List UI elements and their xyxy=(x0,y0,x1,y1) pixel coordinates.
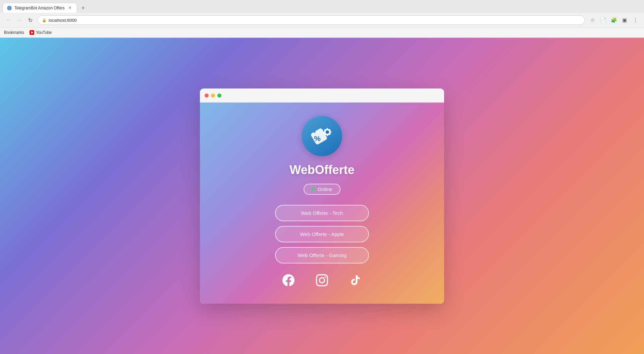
svg-rect-6 xyxy=(323,131,325,133)
svg-rect-4 xyxy=(327,128,328,130)
forward-button[interactable]: → xyxy=(15,15,24,25)
app-content: % WebOfferte xyxy=(200,103,444,304)
nav-buttons: ← → ↻ xyxy=(4,15,35,25)
tab-close-button[interactable]: ✕ xyxy=(67,5,73,11)
youtube-favicon xyxy=(30,30,34,35)
toolbar-right: ☆ 📄 🧩 ▣ ⋮ xyxy=(588,15,640,25)
channel-buttons: Web Offerte - Tech Web Offerte - Apple W… xyxy=(275,205,369,263)
online-dot xyxy=(312,188,315,191)
bot-logo: % xyxy=(302,116,342,156)
bookmark-star-button[interactable]: ☆ xyxy=(588,15,597,25)
page-background: % WebOfferte xyxy=(0,38,644,354)
app-window: % WebOfferte xyxy=(200,88,444,304)
browser-chrome: TelegramBot Amazon Offers ✕ + ← → ↻ 🔒 lo… xyxy=(0,0,644,38)
address-bar-row: ← → ↻ 🔒 localhost:8000 ☆ 📄 🧩 ▣ ⋮ xyxy=(0,13,644,27)
youtube-play-icon xyxy=(31,31,33,34)
instagram-icon[interactable] xyxy=(315,274,329,287)
svg-rect-7 xyxy=(329,131,331,133)
app-close-button[interactable] xyxy=(205,94,209,98)
new-tab-button[interactable]: + xyxy=(78,3,88,13)
address-text: localhost:8000 xyxy=(49,18,581,23)
online-badge: Online xyxy=(304,184,340,195)
address-bar[interactable]: 🔒 localhost:8000 xyxy=(38,15,585,25)
app-maximize-button[interactable] xyxy=(217,94,221,98)
tiktok-icon[interactable] xyxy=(349,274,362,287)
svg-point-3 xyxy=(326,130,329,134)
sidebar-button[interactable]: ▣ xyxy=(620,15,629,25)
bookmarks-label: Bookmarks xyxy=(4,30,24,35)
reload-button[interactable]: ↻ xyxy=(25,15,35,25)
svg-point-12 xyxy=(314,131,316,133)
app-title: WebOfferte xyxy=(289,163,354,177)
tab-favicon xyxy=(7,6,12,10)
menu-button[interactable]: ⋮ xyxy=(631,15,640,25)
active-tab[interactable]: TelegramBot Amazon Offers ✕ xyxy=(3,3,77,13)
online-label: Online xyxy=(318,186,332,192)
svg-rect-5 xyxy=(327,134,328,136)
extensions-button[interactable]: 🧩 xyxy=(609,15,619,25)
back-button[interactable]: ← xyxy=(4,15,13,25)
app-minimize-button[interactable] xyxy=(211,94,215,98)
youtube-bookmark[interactable]: YouTube xyxy=(30,30,52,35)
lock-icon: 🔒 xyxy=(42,18,47,22)
social-icons xyxy=(282,274,362,287)
channel-gaming-button[interactable]: Web Offerte - Gaming xyxy=(275,247,369,263)
tab-bar: TelegramBot Amazon Offers ✕ + xyxy=(0,0,644,13)
channel-tech-button[interactable]: Web Offerte - Tech xyxy=(275,205,369,221)
svg-text:%: % xyxy=(314,134,321,143)
app-traffic-lights xyxy=(205,94,221,98)
app-titlebar xyxy=(200,88,444,103)
facebook-icon[interactable] xyxy=(282,274,295,287)
bookmarks-bar: Bookmarks YouTube xyxy=(0,27,644,38)
tab-title: TelegramBot Amazon Offers xyxy=(14,6,65,10)
channel-apple-button[interactable]: Web Offerte - Apple xyxy=(275,226,369,242)
reader-view-button[interactable]: 📄 xyxy=(598,15,608,25)
discount-tag-icon: % xyxy=(310,124,334,148)
